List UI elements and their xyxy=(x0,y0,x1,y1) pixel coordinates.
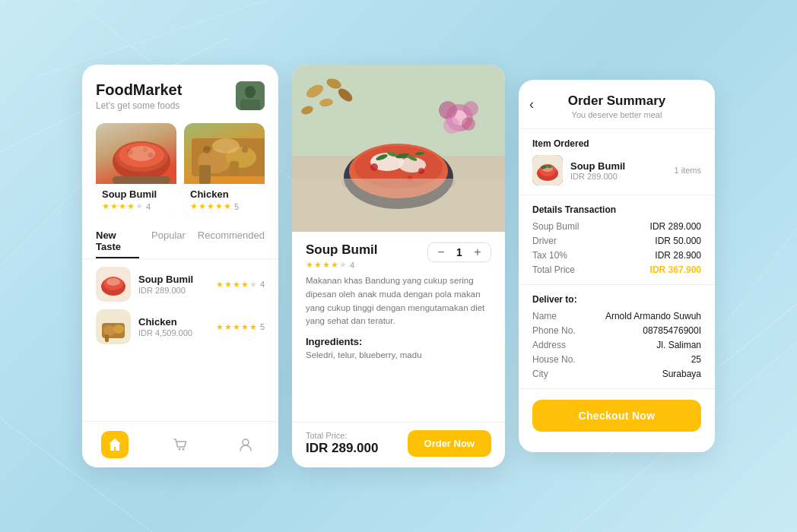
deliver-value-house: 25 xyxy=(691,354,701,365)
details-transaction-label: Details Transaction xyxy=(532,204,701,215)
back-button[interactable]: ‹ xyxy=(529,97,534,112)
list-price-chicken: IDR 4,509.000 xyxy=(138,328,208,337)
panels-container: FoodMarket Let's get some foods xyxy=(82,65,715,467)
nav-cart[interactable] xyxy=(167,431,194,458)
rating-num-chicken: 5 xyxy=(234,202,239,211)
details-transaction-section: Details Transaction Soup Bumil IDR 289.0… xyxy=(519,195,715,285)
tab-recommended[interactable]: Recommended xyxy=(198,230,265,258)
avatar[interactable] xyxy=(236,81,265,110)
tx-row-driver: Driver IDR 50.000 xyxy=(532,236,701,246)
svg-point-38 xyxy=(243,439,249,445)
deliver-label-phone: Phone No. xyxy=(532,325,576,336)
order-summary-header: ‹ Order Summary You deserve better meal xyxy=(519,80,715,129)
featured-stars-soup: ★ ★ ★ ★ ★ 4 xyxy=(102,201,170,211)
ingredients-label: Ingredients: xyxy=(306,336,491,347)
tab-popular[interactable]: Popular xyxy=(151,230,186,258)
svg-rect-35 xyxy=(105,334,109,342)
star5: ★ xyxy=(224,201,231,211)
star4: ★ xyxy=(127,201,135,211)
food-detail-content: Soup Bumil ★ ★ ★ ★ ★ 4 − 1 + Makanan xyxy=(292,232,505,422)
featured-card-soup[interactable]: Soup Bumil ★ ★ ★ ★ ★ 4 xyxy=(96,123,176,217)
app-subtitle: Let's get some foods xyxy=(96,100,182,111)
list-rating-chicken: ★ ★ ★ ★ ★ 5 xyxy=(216,322,265,332)
nav-home[interactable] xyxy=(101,431,129,458)
food-detail-rating: 4 xyxy=(350,261,354,270)
featured-name-chicken: Chicken xyxy=(190,188,259,200)
list-thumb-soup xyxy=(96,267,131,302)
star3: ★ xyxy=(119,201,126,211)
total-label: Total Price: xyxy=(306,431,378,440)
deliver-value-city: Surabaya xyxy=(662,369,701,379)
tx-value-soup: IDR 289.000 xyxy=(650,221,701,232)
featured-card-info-chicken: Chicken ★ ★ ★ ★ ★ 5 xyxy=(184,184,265,217)
order-item-count: 1 items xyxy=(675,166,701,175)
s3: ★ xyxy=(233,322,240,332)
featured-card-chicken[interactable]: Chicken ★ ★ ★ ★ ★ 5 xyxy=(184,123,265,217)
order-now-button[interactable]: Order Now xyxy=(408,430,491,457)
order-summary-subtitle: You deserve better meal xyxy=(532,110,701,119)
svg-point-49 xyxy=(463,101,478,116)
deliver-to-section: Deliver to: Name Arnold Armando Suwuh Ph… xyxy=(519,285,715,389)
list-rating-soup: ★ ★ ★ ★ ★ 4 xyxy=(216,280,265,290)
order-summary-title: Order Summary xyxy=(532,93,701,109)
list-item[interactable]: Chicken IDR 4,509.000 ★ ★ ★ ★ ★ 5 xyxy=(96,309,265,344)
s5: ★ xyxy=(249,280,257,290)
star4: ★ xyxy=(215,201,223,211)
list-name-soup: Soup Bumil xyxy=(138,274,208,285)
star5: ★ xyxy=(135,201,143,211)
order-item-row: Soup Bumil IDR 289.000 1 items xyxy=(532,155,701,185)
tx-value-driver: IDR 50.000 xyxy=(655,236,701,246)
deliver-rows: Name Arnold Armando Suwuh Phone No. 0878… xyxy=(532,311,701,379)
tab-new-taste[interactable]: New Taste xyxy=(96,230,139,258)
svg-point-36 xyxy=(179,448,181,451)
s4: ★ xyxy=(241,280,249,290)
tx-row-total: Total Price IDR 367.900 xyxy=(532,264,701,275)
tx-label-driver: Driver xyxy=(532,236,557,246)
qty-decrease-button[interactable]: − xyxy=(434,245,448,259)
tx-label-soup: Soup Bumil xyxy=(532,221,579,232)
deliver-value-address: Jl. Saliman xyxy=(656,340,701,350)
total-price-group: Total Price: IDR 289.000 xyxy=(306,431,378,456)
list-name-chicken: Chicken xyxy=(138,316,208,328)
checkout-btn-wrap: Checkout Now xyxy=(519,389,715,445)
list-rating-num-chicken: 5 xyxy=(260,322,265,331)
svg-rect-22 xyxy=(199,165,211,184)
order-item-price: IDR 289.000 xyxy=(570,172,667,181)
transaction-rows: Soup Bumil IDR 289.000 Driver IDR 50.000… xyxy=(532,221,701,275)
ingredients-value: Seledri, telur, blueberry, madu xyxy=(306,350,491,359)
order-item-info: Soup Bumil IDR 289.000 xyxy=(570,160,667,181)
bottom-nav xyxy=(82,421,278,467)
s4: ★ xyxy=(241,322,249,332)
list-rating-num-soup: 4 xyxy=(260,280,265,289)
star2: ★ xyxy=(198,201,206,211)
nav-profile[interactable] xyxy=(232,431,259,458)
qty-number: 1 xyxy=(454,246,465,258)
deliver-value-name: Arnold Armando Suwuh xyxy=(605,311,701,321)
ds5: ★ xyxy=(339,260,347,270)
food-detail-top: Soup Bumil ★ ★ ★ ★ ★ 4 − 1 + xyxy=(306,242,491,270)
food-detail-name: Soup Bumil xyxy=(306,242,377,258)
deliver-label-house: House No. xyxy=(532,354,576,365)
svg-point-37 xyxy=(183,448,185,451)
panel1-header: FoodMarket Let's get some foods xyxy=(82,65,278,117)
food-detail-stars: ★ ★ ★ ★ ★ 4 xyxy=(306,260,377,270)
svg-point-17 xyxy=(128,146,155,161)
checkout-now-button[interactable]: Checkout Now xyxy=(532,400,701,432)
ds1: ★ xyxy=(306,260,313,270)
svg-point-24 xyxy=(212,138,240,154)
rating-num-soup: 4 xyxy=(146,202,151,211)
svg-point-25 xyxy=(203,146,211,154)
star3: ★ xyxy=(207,201,214,211)
s5: ★ xyxy=(249,322,257,332)
qty-increase-button[interactable]: + xyxy=(471,245,484,259)
tx-row-soup: Soup Bumil IDR 289.000 xyxy=(532,221,701,232)
svg-point-30 xyxy=(106,278,120,286)
deliver-row-city: City Surabaya xyxy=(532,369,701,379)
app-title: FoodMarket xyxy=(96,81,182,99)
s2: ★ xyxy=(224,322,232,332)
svg-rect-18 xyxy=(113,176,170,184)
svg-point-63 xyxy=(370,163,378,171)
deliver-value-phone: 08785476900I xyxy=(643,325,701,336)
list-item[interactable]: Soup Bumil IDR 289.000 ★ ★ ★ ★ ★ 4 xyxy=(96,267,265,302)
svg-point-26 xyxy=(242,147,248,153)
